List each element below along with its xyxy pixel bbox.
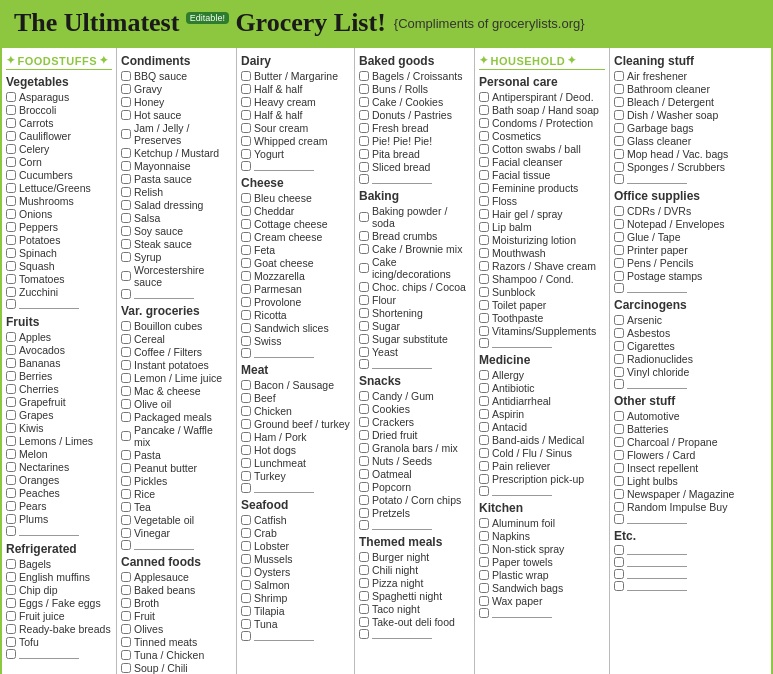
canned-checkbox-7[interactable] <box>121 663 131 673</box>
seafood-checkbox-2[interactable] <box>241 541 251 551</box>
var-checkbox-5[interactable] <box>121 386 131 396</box>
cleaning-checkbox-4[interactable] <box>614 123 624 133</box>
dairy-checkbox-2[interactable] <box>241 97 251 107</box>
baking-checkbox-3[interactable] <box>359 263 369 273</box>
snacks-checkbox-4[interactable] <box>359 443 369 453</box>
cleaning-checkbox-1[interactable] <box>614 84 624 94</box>
var-checkbox-12[interactable] <box>121 489 131 499</box>
refrig-checkbox-6[interactable] <box>6 637 16 647</box>
seafood-checkbox-1[interactable] <box>241 528 251 538</box>
personal-checkbox-12[interactable] <box>479 248 489 258</box>
canned-checkbox-3[interactable] <box>121 611 131 621</box>
baked-checkbox-0[interactable] <box>359 71 369 81</box>
meat-checkbox-0[interactable] <box>241 380 251 390</box>
medicine-checkbox-2[interactable] <box>479 396 489 406</box>
cheese-checkbox-4[interactable] <box>241 245 251 255</box>
blank-etc-2[interactable] <box>614 557 624 567</box>
cleaning-checkbox-2[interactable] <box>614 97 624 107</box>
veg-checkbox-12[interactable] <box>6 248 16 258</box>
themed-checkbox-2[interactable] <box>359 578 369 588</box>
cheese-checkbox-1[interactable] <box>241 206 251 216</box>
blank-kitchen-1[interactable] <box>479 608 489 618</box>
personal-checkbox-13[interactable] <box>479 261 489 271</box>
refrig-checkbox-4[interactable] <box>6 611 16 621</box>
cheese-checkbox-7[interactable] <box>241 284 251 294</box>
var-checkbox-13[interactable] <box>121 502 131 512</box>
personal-checkbox-7[interactable] <box>479 183 489 193</box>
fruit-checkbox-6[interactable] <box>6 410 16 420</box>
meat-checkbox-7[interactable] <box>241 471 251 481</box>
cheese-checkbox-9[interactable] <box>241 310 251 320</box>
var-checkbox-1[interactable] <box>121 334 131 344</box>
blank-etc-1[interactable] <box>614 545 624 555</box>
kitchen-checkbox-2[interactable] <box>479 544 489 554</box>
personal-checkbox-14[interactable] <box>479 274 489 284</box>
seafood-checkbox-6[interactable] <box>241 593 251 603</box>
cleaning-checkbox-6[interactable] <box>614 149 624 159</box>
carcin-checkbox-4[interactable] <box>614 367 624 377</box>
seafood-checkbox-7[interactable] <box>241 606 251 616</box>
fruit-checkbox-14[interactable] <box>6 514 16 524</box>
cond-checkbox-5[interactable] <box>121 148 131 158</box>
blank-fruit-1[interactable] <box>6 526 16 536</box>
canned-checkbox-0[interactable] <box>121 572 131 582</box>
medicine-checkbox-3[interactable] <box>479 409 489 419</box>
var-checkbox-9[interactable] <box>121 450 131 460</box>
dairy-checkbox-6[interactable] <box>241 149 251 159</box>
medicine-checkbox-6[interactable] <box>479 448 489 458</box>
veg-checkbox-3[interactable] <box>6 131 16 141</box>
cond-checkbox-13[interactable] <box>121 252 131 262</box>
medicine-checkbox-1[interactable] <box>479 383 489 393</box>
meat-checkbox-4[interactable] <box>241 432 251 442</box>
personal-checkbox-15[interactable] <box>479 287 489 297</box>
cleaning-checkbox-0[interactable] <box>614 71 624 81</box>
canned-checkbox-5[interactable] <box>121 637 131 647</box>
other-checkbox-0[interactable] <box>614 411 624 421</box>
personal-checkbox-11[interactable] <box>479 235 489 245</box>
cheese-checkbox-3[interactable] <box>241 232 251 242</box>
carcin-checkbox-0[interactable] <box>614 315 624 325</box>
var-checkbox-15[interactable] <box>121 528 131 538</box>
personal-checkbox-10[interactable] <box>479 222 489 232</box>
var-checkbox-10[interactable] <box>121 463 131 473</box>
personal-checkbox-4[interactable] <box>479 144 489 154</box>
veg-checkbox-7[interactable] <box>6 183 16 193</box>
dairy-checkbox-0[interactable] <box>241 71 251 81</box>
cheese-checkbox-10[interactable] <box>241 323 251 333</box>
fruit-checkbox-8[interactable] <box>6 436 16 446</box>
office-checkbox-5[interactable] <box>614 271 624 281</box>
var-checkbox-7[interactable] <box>121 412 131 422</box>
fruit-checkbox-9[interactable] <box>6 449 16 459</box>
cleaning-checkbox-3[interactable] <box>614 110 624 120</box>
veg-checkbox-9[interactable] <box>6 209 16 219</box>
office-checkbox-4[interactable] <box>614 258 624 268</box>
kitchen-checkbox-6[interactable] <box>479 596 489 606</box>
canned-checkbox-2[interactable] <box>121 598 131 608</box>
other-checkbox-6[interactable] <box>614 489 624 499</box>
veg-checkbox-10[interactable] <box>6 222 16 232</box>
seafood-checkbox-5[interactable] <box>241 580 251 590</box>
medicine-checkbox-4[interactable] <box>479 422 489 432</box>
var-checkbox-2[interactable] <box>121 347 131 357</box>
personal-checkbox-1[interactable] <box>479 105 489 115</box>
meat-checkbox-1[interactable] <box>241 393 251 403</box>
cheese-checkbox-5[interactable] <box>241 258 251 268</box>
meat-checkbox-5[interactable] <box>241 445 251 455</box>
cleaning-checkbox-5[interactable] <box>614 136 624 146</box>
seafood-checkbox-4[interactable] <box>241 567 251 577</box>
blank-baked-1[interactable] <box>359 174 369 184</box>
baking-checkbox-8[interactable] <box>359 334 369 344</box>
var-checkbox-4[interactable] <box>121 373 131 383</box>
personal-checkbox-9[interactable] <box>479 209 489 219</box>
kitchen-checkbox-3[interactable] <box>479 557 489 567</box>
other-checkbox-7[interactable] <box>614 502 624 512</box>
cond-checkbox-11[interactable] <box>121 226 131 236</box>
snacks-checkbox-5[interactable] <box>359 456 369 466</box>
dairy-checkbox-4[interactable] <box>241 123 251 133</box>
office-checkbox-1[interactable] <box>614 219 624 229</box>
fruit-checkbox-12[interactable] <box>6 488 16 498</box>
seafood-checkbox-3[interactable] <box>241 554 251 564</box>
personal-checkbox-16[interactable] <box>479 300 489 310</box>
baked-checkbox-4[interactable] <box>359 123 369 133</box>
cond-checkbox-1[interactable] <box>121 84 131 94</box>
